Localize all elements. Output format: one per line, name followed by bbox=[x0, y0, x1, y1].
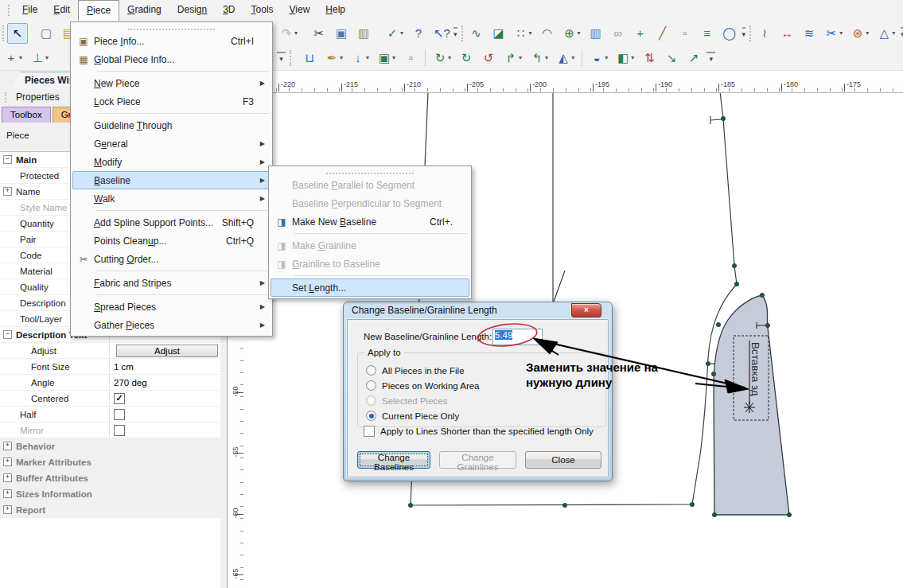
new-piece-tool-button[interactable]: △▾ bbox=[874, 23, 898, 44]
menubar-3d[interactable]: 3D bbox=[215, 0, 243, 21]
close-button[interactable]: × bbox=[571, 303, 601, 317]
menu-item-walk[interactable]: Walk▶ bbox=[72, 189, 271, 208]
redo-button[interactable]: ↷▾ bbox=[276, 23, 301, 44]
collapse-box-main[interactable]: − bbox=[3, 155, 12, 164]
menu-item-lock-piece[interactable]: Lock PieceF3 bbox=[72, 92, 271, 111]
split-piece-button[interactable]: ✂▾ bbox=[821, 23, 846, 44]
property-row-buffer-attributes[interactable]: +Buffer Attributes bbox=[0, 470, 220, 486]
curve-graph-button[interactable]: ∿ bbox=[466, 23, 487, 44]
menu-item-add-spline-support-points[interactable]: Add Spline Support Points...Shift+Q bbox=[72, 213, 271, 232]
knife-button[interactable]: ╱ bbox=[652, 23, 673, 44]
collapse-box-description-text[interactable]: − bbox=[3, 330, 12, 339]
add-ellipse-button[interactable]: ⊕▾ bbox=[559, 23, 584, 44]
menu-item-piece-info[interactable]: ▣Piece Info...Ctrl+I bbox=[72, 32, 271, 50]
baseline-tool-button[interactable]: ◒▾ bbox=[586, 48, 611, 68]
menu-item-global-piece-info[interactable]: ▦Global Piece Info... bbox=[72, 50, 271, 68]
add-point-target-button[interactable]: + bbox=[630, 23, 651, 44]
property-row-sizes-information[interactable]: +Sizes Information bbox=[0, 486, 220, 502]
property-row-adjust[interactable]: AdjustAdjust bbox=[0, 343, 220, 359]
change-grainlines-button[interactable]: Change Grainlines bbox=[439, 451, 516, 469]
select-pointer-button[interactable]: ↖ bbox=[7, 23, 28, 44]
menubar-file[interactable]: File bbox=[14, 0, 45, 21]
centered-checkbox[interactable]: ✓ bbox=[114, 393, 125, 404]
property-row-font-size[interactable]: Font Size1 cm bbox=[0, 359, 220, 375]
walk-pieces-button[interactable]: ≀ bbox=[754, 23, 775, 44]
lasso-select-button[interactable]: ▫ bbox=[675, 23, 695, 44]
menu-item-gather-pieces[interactable]: Gather Pieces▶ bbox=[72, 316, 271, 334]
menu-item-set-length[interactable]: Set Length... bbox=[271, 278, 469, 297]
menubar-edit[interactable]: Edit bbox=[45, 0, 78, 21]
menu-item-points-cleanup[interactable]: Points Cleanup...Ctrl+Q bbox=[72, 232, 271, 250]
add-layer-button[interactable]: ≡ bbox=[697, 23, 718, 44]
fill-reference-button[interactable]: ◪ bbox=[488, 23, 509, 44]
expand-box-report[interactable]: + bbox=[3, 505, 12, 514]
menubar-tools[interactable]: Tools bbox=[243, 0, 282, 21]
copy-pieces-button[interactable]: ▣▾ bbox=[374, 48, 399, 68]
pen-button[interactable]: ✒▾ bbox=[321, 48, 346, 68]
flip-piece-button[interactable]: ◧▾ bbox=[613, 48, 637, 68]
expand-box-sizes-information[interactable]: + bbox=[3, 489, 12, 498]
expand-box-buffer-attributes[interactable]: + bbox=[3, 473, 12, 482]
verify-button[interactable]: ✓▾ bbox=[382, 23, 407, 44]
menu-item-baseline[interactable]: Baseline▶ bbox=[72, 171, 271, 189]
property-row-mirror[interactable]: Mirror bbox=[0, 423, 220, 438]
toolbar-overflow-button[interactable]: ▾ bbox=[277, 52, 286, 64]
property-row-report[interactable]: +Report bbox=[0, 502, 220, 518]
rotate-button[interactable]: ↻ bbox=[456, 48, 477, 68]
length-input[interactable]: 5.49 bbox=[492, 329, 543, 345]
menu-drag-strip[interactable] bbox=[128, 25, 215, 30]
export-piece-button[interactable]: ↗ bbox=[683, 48, 704, 68]
drop-point-button[interactable]: ↓▾ bbox=[348, 48, 372, 68]
delete-button[interactable]: ⊔ bbox=[299, 48, 320, 68]
expand-box-name[interactable]: + bbox=[3, 187, 12, 196]
menubar-help[interactable]: Help bbox=[317, 0, 353, 21]
current-piece-only-radio[interactable] bbox=[366, 411, 376, 421]
close-button[interactable]: Close bbox=[525, 451, 601, 469]
shorter-lines-checkbox[interactable] bbox=[364, 426, 375, 437]
move-smooth-button[interactable]: ◠ bbox=[537, 23, 558, 44]
change-baselines-button[interactable]: Change Baselines bbox=[357, 451, 430, 469]
toolbar-overflow-button[interactable]: ▾ bbox=[453, 27, 457, 40]
help-button[interactable]: ? bbox=[408, 23, 429, 44]
add-perpendicular-button[interactable]: ⊥▾ bbox=[27, 48, 52, 68]
menubar-design[interactable]: Design bbox=[169, 0, 215, 21]
point-grid-button[interactable]: ∷▾ bbox=[511, 23, 535, 44]
menu-drag-strip[interactable] bbox=[326, 169, 414, 174]
seam-wave-button[interactable]: ≋ bbox=[799, 23, 819, 44]
half-checkbox[interactable] bbox=[114, 409, 125, 420]
tab-toolbox[interactable]: Toolbox bbox=[2, 107, 51, 123]
import-piece-button[interactable]: ↘ bbox=[661, 48, 682, 68]
selected-pieces-radio[interactable] bbox=[366, 395, 376, 406]
rotate-measure-button[interactable]: ↺ bbox=[478, 48, 499, 68]
property-row-marker-attributes[interactable]: +Marker Attributes bbox=[0, 454, 220, 470]
cut-button[interactable]: ✂ bbox=[309, 23, 329, 44]
property-row-angle[interactable]: Angle270 deg bbox=[0, 375, 220, 391]
pieces-on-working-area-radio[interactable] bbox=[366, 380, 376, 391]
sphere-3d-button[interactable]: ◯ bbox=[719, 23, 740, 44]
rotate-piece-button[interactable]: ↻▾ bbox=[430, 48, 454, 68]
context-help-button[interactable]: ↖? bbox=[430, 23, 451, 44]
paste-button[interactable]: ▥ bbox=[353, 23, 374, 44]
menubar-grading[interactable]: Grading bbox=[119, 0, 169, 21]
point-pair-button[interactable]: ∞ bbox=[608, 23, 629, 44]
rotate-guide-button[interactable]: ↱▾ bbox=[500, 48, 525, 68]
menu-item-baseline-perpendicular-to-segment[interactable]: Baseline Perpendicular to Segment bbox=[271, 194, 469, 212]
toolbar-overflow-button[interactable]: ▾ bbox=[706, 52, 715, 64]
menu-item-fabric-and-stripes[interactable]: Fabric and Stripes▶ bbox=[72, 274, 271, 292]
all-pieces-in-the-file-radio[interactable] bbox=[366, 365, 376, 376]
menu-item-make-grainline[interactable]: ◨Make Grainline bbox=[271, 236, 469, 255]
toolbar-overflow-button[interactable]: ▾ bbox=[742, 27, 746, 40]
menu-item-grainline-to-baseline[interactable]: ◨Grainline to Baseline bbox=[271, 255, 469, 273]
menu-item-make-new-baseline[interactable]: ◨Make New BaselineCtrl+. bbox=[271, 212, 469, 231]
expand-box-behavior[interactable]: + bbox=[3, 442, 12, 450]
paste-format-button[interactable]: ▥ bbox=[586, 23, 606, 44]
marquee-select-button[interactable]: ▫ bbox=[400, 48, 421, 68]
menu-item-new-piece[interactable]: New Piece▶ bbox=[72, 74, 271, 92]
property-row-centered[interactable]: Centered✓ bbox=[0, 391, 220, 407]
menu-item-spread-pieces[interactable]: Spread Pieces▶ bbox=[72, 298, 271, 316]
new-document-button[interactable]: ▢ bbox=[36, 23, 56, 44]
menubar-view[interactable]: View bbox=[282, 0, 318, 21]
piece-settings-button[interactable]: ⊛▾ bbox=[847, 23, 872, 44]
property-row-behavior[interactable]: +Behavior bbox=[0, 438, 220, 454]
menu-item-modify[interactable]: Modify▶ bbox=[72, 153, 271, 171]
